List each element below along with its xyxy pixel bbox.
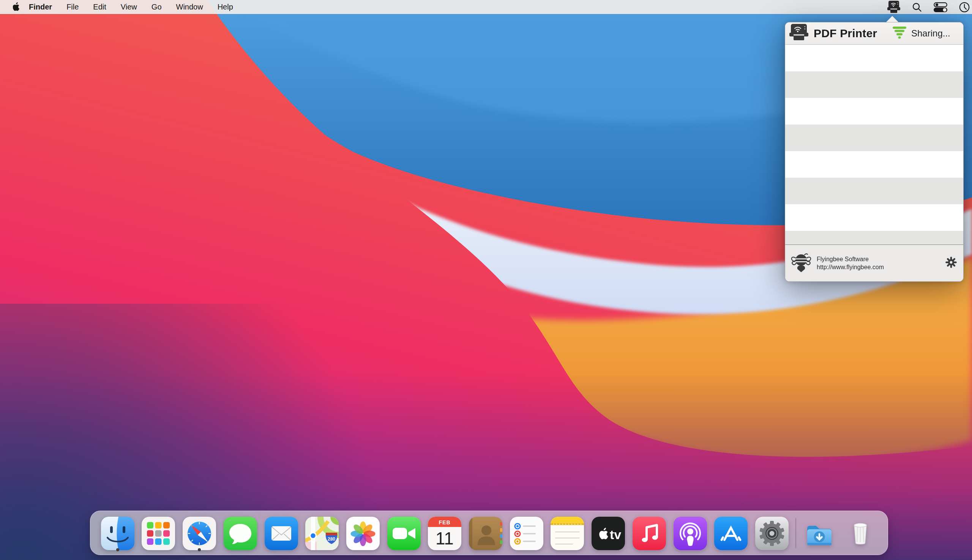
- popover-footer: Flyingbee Software http://www.flyingbee.…: [785, 245, 963, 281]
- queue-row: [785, 231, 963, 246]
- calendar-month-label: FEB: [439, 519, 451, 525]
- dock-item-finder[interactable]: [100, 514, 135, 552]
- dock-item-launchpad[interactable]: [141, 514, 176, 552]
- queue-row: [785, 98, 963, 125]
- vendor-name: Flyingbee Software: [817, 255, 884, 263]
- sharing-status-label: Sharing...: [911, 28, 950, 39]
- queue-row: [785, 45, 963, 72]
- dock-item-notes[interactable]: [550, 514, 585, 552]
- calendar-day-label: 11: [435, 528, 454, 548]
- spotlight-search-icon[interactable]: [912, 0, 922, 14]
- queue-row: [785, 72, 963, 98]
- popover-header: PDF Printer Sharing...: [785, 22, 963, 45]
- clock-icon[interactable]: [959, 0, 970, 14]
- pdf-printer-menu-icon[interactable]: [887, 0, 900, 14]
- dock-item-facetime[interactable]: [387, 514, 422, 552]
- queue-row: [785, 204, 963, 231]
- queue-row: [785, 151, 963, 178]
- menu-item-view[interactable]: View: [113, 3, 144, 12]
- dock-item-downloads[interactable]: [802, 514, 837, 552]
- running-indicator-finder: [116, 548, 119, 551]
- dock-item-trash[interactable]: [843, 514, 878, 552]
- printer-wifi-icon: [789, 24, 809, 43]
- dock-item-reminders[interactable]: [509, 514, 544, 552]
- menu-bar: Finder File Edit View Go Window Help: [0, 0, 972, 14]
- gear-icon[interactable]: [945, 257, 957, 270]
- vendor-url: http://www.flyingbee.com: [817, 263, 884, 271]
- wifi-signal-green-icon: [893, 27, 906, 40]
- dock-item-contacts[interactable]: [468, 514, 503, 552]
- flyingbee-logo-icon: [790, 252, 812, 275]
- dock: 280: [90, 511, 888, 555]
- dock-item-system-preferences[interactable]: [754, 514, 789, 552]
- dock-item-messages[interactable]: [223, 514, 258, 552]
- dock-item-maps[interactable]: 280: [305, 514, 339, 552]
- queue-row: [785, 178, 963, 204]
- menu-item-edit[interactable]: Edit: [86, 3, 113, 12]
- pdf-printer-popover: PDF Printer Sharing...: [785, 22, 964, 282]
- running-indicator-safari: [198, 548, 201, 551]
- dock-separator: [795, 518, 796, 548]
- dock-item-apple-tv[interactable]: tv: [591, 514, 626, 552]
- apple-menu-icon[interactable]: [13, 2, 21, 12]
- menu-item-file[interactable]: File: [59, 3, 86, 12]
- dock-item-music[interactable]: [632, 514, 667, 552]
- dock-item-photos[interactable]: [345, 514, 380, 552]
- menu-item-help[interactable]: Help: [210, 3, 240, 12]
- dock-item-app-store[interactable]: [714, 514, 749, 552]
- menu-item-go[interactable]: Go: [144, 3, 169, 12]
- print-queue-list: [785, 45, 963, 246]
- popover-title: PDF Printer: [814, 27, 877, 40]
- dock-item-calendar[interactable]: FEB 11: [427, 514, 462, 552]
- dock-item-safari[interactable]: [182, 514, 217, 552]
- menu-item-finder[interactable]: Finder: [22, 3, 59, 12]
- tv-logo-label: tv: [610, 527, 621, 542]
- queue-row: [785, 125, 963, 151]
- maps-route-badge: 280: [328, 537, 335, 542]
- dock-item-podcasts[interactable]: [673, 514, 708, 552]
- dock-item-mail[interactable]: [264, 514, 299, 552]
- control-center-icon[interactable]: [934, 0, 947, 14]
- menu-item-window[interactable]: Window: [169, 3, 210, 12]
